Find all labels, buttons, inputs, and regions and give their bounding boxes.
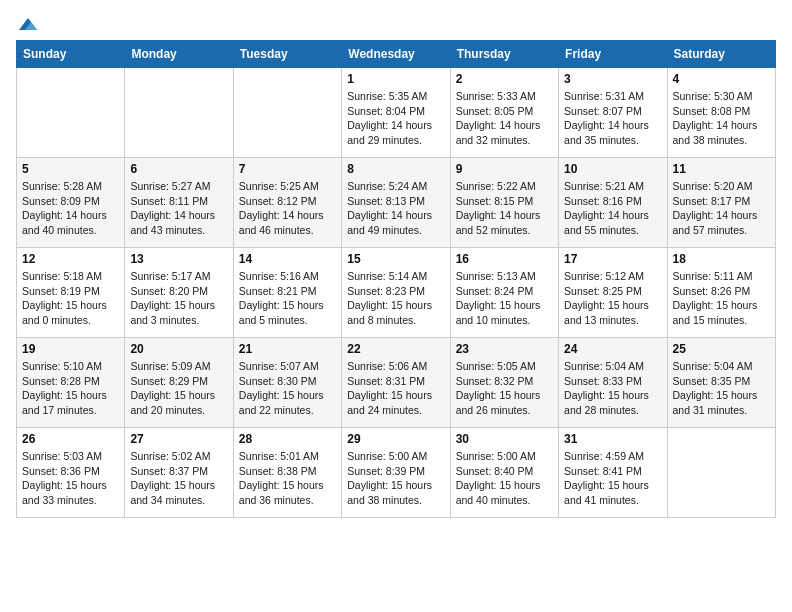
day-detail: Sunrise: 5:21 AMSunset: 8:16 PMDaylight:… [564, 179, 661, 238]
day-number: 29 [347, 432, 444, 446]
week-row-3: 12Sunrise: 5:18 AMSunset: 8:19 PMDayligh… [17, 248, 776, 338]
day-cell: 19Sunrise: 5:10 AMSunset: 8:28 PMDayligh… [17, 338, 125, 428]
header-day-thursday: Thursday [450, 41, 558, 68]
day-cell: 5Sunrise: 5:28 AMSunset: 8:09 PMDaylight… [17, 158, 125, 248]
day-cell: 14Sunrise: 5:16 AMSunset: 8:21 PMDayligh… [233, 248, 341, 338]
day-cell: 8Sunrise: 5:24 AMSunset: 8:13 PMDaylight… [342, 158, 450, 248]
day-number: 30 [456, 432, 553, 446]
header-day-wednesday: Wednesday [342, 41, 450, 68]
day-detail: Sunrise: 5:24 AMSunset: 8:13 PMDaylight:… [347, 179, 444, 238]
day-number: 18 [673, 252, 770, 266]
day-number: 21 [239, 342, 336, 356]
day-number: 24 [564, 342, 661, 356]
day-cell: 13Sunrise: 5:17 AMSunset: 8:20 PMDayligh… [125, 248, 233, 338]
day-cell: 9Sunrise: 5:22 AMSunset: 8:15 PMDaylight… [450, 158, 558, 248]
day-detail: Sunrise: 5:05 AMSunset: 8:32 PMDaylight:… [456, 359, 553, 418]
day-cell: 10Sunrise: 5:21 AMSunset: 8:16 PMDayligh… [559, 158, 667, 248]
day-number: 22 [347, 342, 444, 356]
day-number: 3 [564, 72, 661, 86]
day-cell: 3Sunrise: 5:31 AMSunset: 8:07 PMDaylight… [559, 68, 667, 158]
day-cell: 15Sunrise: 5:14 AMSunset: 8:23 PMDayligh… [342, 248, 450, 338]
day-number: 7 [239, 162, 336, 176]
day-number: 11 [673, 162, 770, 176]
day-cell: 6Sunrise: 5:27 AMSunset: 8:11 PMDaylight… [125, 158, 233, 248]
week-row-2: 5Sunrise: 5:28 AMSunset: 8:09 PMDaylight… [17, 158, 776, 248]
day-cell [667, 428, 775, 518]
day-number: 27 [130, 432, 227, 446]
day-detail: Sunrise: 5:00 AMSunset: 8:39 PMDaylight:… [347, 449, 444, 508]
day-detail: Sunrise: 5:04 AMSunset: 8:35 PMDaylight:… [673, 359, 770, 418]
day-cell [17, 68, 125, 158]
header-day-monday: Monday [125, 41, 233, 68]
day-cell: 18Sunrise: 5:11 AMSunset: 8:26 PMDayligh… [667, 248, 775, 338]
header [16, 16, 776, 32]
day-detail: Sunrise: 5:33 AMSunset: 8:05 PMDaylight:… [456, 89, 553, 148]
day-number: 8 [347, 162, 444, 176]
logo-icon [17, 16, 39, 32]
day-number: 20 [130, 342, 227, 356]
day-detail: Sunrise: 5:28 AMSunset: 8:09 PMDaylight:… [22, 179, 119, 238]
day-detail: Sunrise: 5:01 AMSunset: 8:38 PMDaylight:… [239, 449, 336, 508]
day-cell: 30Sunrise: 5:00 AMSunset: 8:40 PMDayligh… [450, 428, 558, 518]
day-cell: 22Sunrise: 5:06 AMSunset: 8:31 PMDayligh… [342, 338, 450, 428]
day-cell: 27Sunrise: 5:02 AMSunset: 8:37 PMDayligh… [125, 428, 233, 518]
day-detail: Sunrise: 5:13 AMSunset: 8:24 PMDaylight:… [456, 269, 553, 328]
day-detail: Sunrise: 5:10 AMSunset: 8:28 PMDaylight:… [22, 359, 119, 418]
day-detail: Sunrise: 5:03 AMSunset: 8:36 PMDaylight:… [22, 449, 119, 508]
day-detail: Sunrise: 5:25 AMSunset: 8:12 PMDaylight:… [239, 179, 336, 238]
day-number: 12 [22, 252, 119, 266]
day-detail: Sunrise: 5:35 AMSunset: 8:04 PMDaylight:… [347, 89, 444, 148]
day-detail: Sunrise: 5:16 AMSunset: 8:21 PMDaylight:… [239, 269, 336, 328]
day-number: 6 [130, 162, 227, 176]
day-cell: 1Sunrise: 5:35 AMSunset: 8:04 PMDaylight… [342, 68, 450, 158]
day-number: 4 [673, 72, 770, 86]
day-cell: 21Sunrise: 5:07 AMSunset: 8:30 PMDayligh… [233, 338, 341, 428]
header-row: SundayMondayTuesdayWednesdayThursdayFrid… [17, 41, 776, 68]
day-cell: 25Sunrise: 5:04 AMSunset: 8:35 PMDayligh… [667, 338, 775, 428]
day-cell: 4Sunrise: 5:30 AMSunset: 8:08 PMDaylight… [667, 68, 775, 158]
day-detail: Sunrise: 5:30 AMSunset: 8:08 PMDaylight:… [673, 89, 770, 148]
day-number: 15 [347, 252, 444, 266]
logo [16, 16, 40, 32]
day-number: 16 [456, 252, 553, 266]
day-cell [233, 68, 341, 158]
day-cell: 20Sunrise: 5:09 AMSunset: 8:29 PMDayligh… [125, 338, 233, 428]
day-detail: Sunrise: 5:04 AMSunset: 8:33 PMDaylight:… [564, 359, 661, 418]
day-cell: 26Sunrise: 5:03 AMSunset: 8:36 PMDayligh… [17, 428, 125, 518]
day-detail: Sunrise: 5:22 AMSunset: 8:15 PMDaylight:… [456, 179, 553, 238]
day-detail: Sunrise: 5:31 AMSunset: 8:07 PMDaylight:… [564, 89, 661, 148]
day-cell: 11Sunrise: 5:20 AMSunset: 8:17 PMDayligh… [667, 158, 775, 248]
day-number: 10 [564, 162, 661, 176]
header-day-tuesday: Tuesday [233, 41, 341, 68]
day-cell: 23Sunrise: 5:05 AMSunset: 8:32 PMDayligh… [450, 338, 558, 428]
header-day-sunday: Sunday [17, 41, 125, 68]
day-detail: Sunrise: 5:27 AMSunset: 8:11 PMDaylight:… [130, 179, 227, 238]
day-number: 25 [673, 342, 770, 356]
day-number: 17 [564, 252, 661, 266]
week-row-4: 19Sunrise: 5:10 AMSunset: 8:28 PMDayligh… [17, 338, 776, 428]
day-detail: Sunrise: 4:59 AMSunset: 8:41 PMDaylight:… [564, 449, 661, 508]
header-day-saturday: Saturday [667, 41, 775, 68]
day-number: 26 [22, 432, 119, 446]
day-number: 2 [456, 72, 553, 86]
day-cell: 16Sunrise: 5:13 AMSunset: 8:24 PMDayligh… [450, 248, 558, 338]
day-detail: Sunrise: 5:18 AMSunset: 8:19 PMDaylight:… [22, 269, 119, 328]
day-number: 23 [456, 342, 553, 356]
day-detail: Sunrise: 5:17 AMSunset: 8:20 PMDaylight:… [130, 269, 227, 328]
week-row-1: 1Sunrise: 5:35 AMSunset: 8:04 PMDaylight… [17, 68, 776, 158]
day-cell: 17Sunrise: 5:12 AMSunset: 8:25 PMDayligh… [559, 248, 667, 338]
week-row-5: 26Sunrise: 5:03 AMSunset: 8:36 PMDayligh… [17, 428, 776, 518]
day-detail: Sunrise: 5:02 AMSunset: 8:37 PMDaylight:… [130, 449, 227, 508]
day-cell: 7Sunrise: 5:25 AMSunset: 8:12 PMDaylight… [233, 158, 341, 248]
day-detail: Sunrise: 5:09 AMSunset: 8:29 PMDaylight:… [130, 359, 227, 418]
calendar-table: SundayMondayTuesdayWednesdayThursdayFrid… [16, 40, 776, 518]
day-detail: Sunrise: 5:20 AMSunset: 8:17 PMDaylight:… [673, 179, 770, 238]
day-cell: 28Sunrise: 5:01 AMSunset: 8:38 PMDayligh… [233, 428, 341, 518]
day-cell: 12Sunrise: 5:18 AMSunset: 8:19 PMDayligh… [17, 248, 125, 338]
day-cell: 31Sunrise: 4:59 AMSunset: 8:41 PMDayligh… [559, 428, 667, 518]
day-detail: Sunrise: 5:12 AMSunset: 8:25 PMDaylight:… [564, 269, 661, 328]
day-cell: 2Sunrise: 5:33 AMSunset: 8:05 PMDaylight… [450, 68, 558, 158]
day-number: 19 [22, 342, 119, 356]
day-cell: 24Sunrise: 5:04 AMSunset: 8:33 PMDayligh… [559, 338, 667, 428]
day-detail: Sunrise: 5:06 AMSunset: 8:31 PMDaylight:… [347, 359, 444, 418]
